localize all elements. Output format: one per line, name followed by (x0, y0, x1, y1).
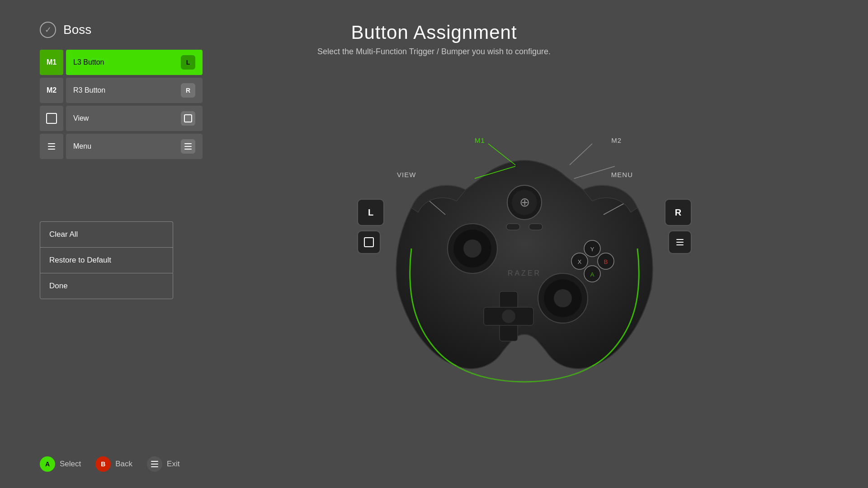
view-row[interactable]: View (40, 106, 203, 131)
menu-ctrl-button[interactable] (668, 230, 692, 254)
controller-svg: ⊕ Y X B A (384, 136, 665, 384)
svg-text:A: A (590, 271, 594, 278)
exit-menu-icon (151, 461, 158, 467)
restore-default-button[interactable]: Restore to Default (40, 247, 173, 273)
page-title: Button Assignment (0, 22, 868, 43)
svg-point-9 (463, 239, 481, 258)
svg-text:X: X (578, 258, 582, 265)
b-button-icon: B (95, 456, 111, 472)
button-assignment-list: M1 L3 Button L M2 R3 Button R View (40, 50, 203, 162)
menu-row[interactable]: Menu (40, 134, 203, 159)
back-action: B Back (95, 456, 132, 472)
m1-button-name: L3 Button (73, 58, 104, 66)
m2-label: M2 (40, 78, 63, 103)
bottom-bar: A Select B Back Exit (40, 456, 179, 472)
svg-text:B: B (604, 258, 608, 265)
m1-row[interactable]: M1 L3 Button L (40, 50, 203, 75)
l-button[interactable]: L (357, 199, 384, 226)
view-ctrl-button[interactable] (357, 230, 381, 254)
svg-rect-24 (506, 224, 520, 230)
m1-label: M1 (40, 50, 63, 75)
menu-icon-label (40, 134, 63, 159)
done-button[interactable]: Done (40, 273, 173, 299)
m2-content[interactable]: R3 Button R (66, 78, 203, 103)
view-badge-square (184, 114, 192, 122)
back-label: Back (115, 460, 132, 469)
svg-text:Y: Y (590, 246, 594, 253)
r-button-label: R (675, 207, 681, 218)
menu-badge-icon (181, 139, 195, 154)
view-button-name: View (73, 114, 89, 122)
controller-wrapper: M1 M2 VIEW MENU L R (348, 113, 701, 407)
view-content[interactable]: View (66, 106, 203, 131)
svg-text:RAZER: RAZER (508, 269, 541, 277)
m2-button-name: R3 Button (73, 86, 105, 94)
view-icon-label (40, 106, 63, 131)
svg-line-1 (574, 166, 615, 178)
menu-badge-lines (184, 143, 192, 150)
m1-content[interactable]: L3 Button L (66, 50, 203, 75)
action-buttons-panel: Clear All Restore to Default Done (40, 221, 173, 299)
m1-badge: L (181, 55, 195, 70)
menu-ctrl-icon (676, 239, 684, 245)
select-action: A Select (40, 456, 81, 472)
exit-action: Exit (147, 456, 179, 472)
controller-diagram: M1 M2 VIEW MENU L R (208, 68, 841, 452)
select-label: Select (60, 460, 81, 469)
r-button[interactable]: R (665, 199, 692, 226)
svg-point-15 (502, 310, 515, 323)
view-ctrl-icon (364, 237, 374, 247)
menu-button-name: Menu (73, 142, 91, 150)
a-button-icon: A (40, 456, 55, 472)
m2-row[interactable]: M2 R3 Button R (40, 78, 203, 103)
svg-text:⊕: ⊕ (519, 195, 530, 209)
menu-button-icon (147, 456, 162, 472)
clear-all-button[interactable]: Clear All (40, 221, 173, 247)
svg-point-12 (554, 289, 572, 307)
menu-lines-icon (48, 143, 55, 150)
exit-label: Exit (167, 460, 179, 469)
view-square-icon (46, 113, 57, 124)
m2-badge: R (181, 83, 195, 98)
view-badge-icon (181, 111, 195, 126)
svg-rect-25 (529, 224, 542, 230)
menu-content[interactable]: Menu (66, 134, 203, 159)
l-button-label: L (368, 207, 373, 218)
